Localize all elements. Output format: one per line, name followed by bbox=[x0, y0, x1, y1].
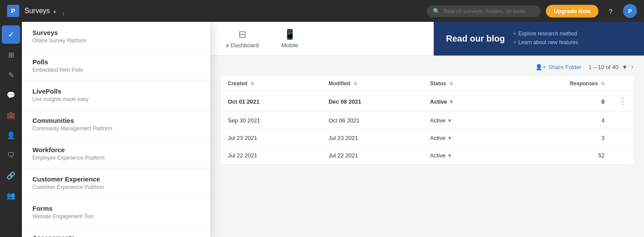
pagination-next-button[interactable]: › bbox=[631, 63, 633, 71]
sidebar-item-surveys[interactable]: ✓ bbox=[2, 25, 20, 44]
help-button[interactable]: ? bbox=[604, 4, 618, 18]
share-icon: 👤+ bbox=[535, 64, 546, 70]
col-status[interactable]: Status ⇅ bbox=[423, 76, 506, 91]
dashboard-icon: ⊟ bbox=[238, 29, 246, 40]
menu-item-surveys-sub: Online Survey Platform bbox=[32, 38, 200, 44]
menu-item-assessments[interactable]: Assessments Vendor Risk Management bbox=[22, 227, 210, 237]
menu-item-livepolls-sub: Live insights made easy bbox=[32, 96, 200, 102]
main-area: ✓ ⊞ ✎ 💬 💼 👤 🗨 🔗 👥 Surveys Online S bbox=[0, 22, 644, 237]
table-row: Jul 22 2021 Jul 22 2021 Active ▼ 52 bbox=[221, 147, 633, 164]
menu-item-surveys[interactable]: Surveys Online Survey Platform bbox=[22, 22, 210, 51]
status-label-0: Active bbox=[430, 98, 447, 105]
mobile-icon: 📱 bbox=[284, 29, 296, 40]
cell-created-1: Sep 30 2021 bbox=[221, 112, 322, 129]
menu-item-workforce[interactable]: Workforce Employee Experience Platform bbox=[22, 139, 210, 168]
pagination-range: 1 – 10 of 40 bbox=[588, 64, 619, 70]
more-icon-0[interactable]: ⋮ bbox=[619, 97, 626, 106]
cell-responses-1: 4 bbox=[506, 112, 612, 129]
app-title[interactable]: Surveys ▲ bbox=[25, 7, 57, 15]
edit-icon: ✎ bbox=[8, 71, 14, 79]
menu-item-forms[interactable]: Forms Website Engagement Tool bbox=[22, 198, 210, 227]
cell-actions-0[interactable]: ⋮ bbox=[612, 91, 633, 112]
cell-modified-1: Oct 06 2021 bbox=[322, 112, 423, 129]
table-header-row: Created ⇅ Modified ⇅ Status ⇅ Response bbox=[221, 76, 633, 91]
blog-bullet-1: Explore research method bbox=[513, 30, 578, 37]
status-label-2: Active bbox=[430, 135, 446, 141]
sidebar-item-person[interactable]: 👤 bbox=[2, 126, 20, 144]
check-icon: ✓ bbox=[8, 30, 14, 39]
message-icon: 🗨 bbox=[7, 151, 14, 159]
table-row: Oct 01 2021 Dec 08 2021 Active ▼ 0 ⋮ bbox=[221, 91, 633, 112]
sidebar-item-message[interactable]: 🗨 bbox=[2, 146, 20, 164]
sidebar-item-edit[interactable]: ✎ bbox=[2, 66, 20, 84]
cell-status-2: Active ▼ bbox=[423, 129, 506, 147]
sidebar-icons: ✓ ⊞ ✎ 💬 💼 👤 🗨 🔗 👥 bbox=[0, 22, 22, 237]
tabs-area: ⊟ e Dashboard 📱 Mobile bbox=[210, 22, 434, 56]
sidebar-item-network[interactable]: 🔗 bbox=[2, 166, 20, 185]
status-label-1: Active bbox=[430, 117, 446, 124]
cell-status-1: Active ▼ bbox=[423, 112, 506, 129]
content-area: ⊟ e Dashboard 📱 Mobile Read our blog Exp… bbox=[210, 22, 644, 237]
menu-item-livepolls-title: LivePolls bbox=[32, 87, 200, 95]
menu-item-polls[interactable]: Polls Embedded Web Polls bbox=[22, 51, 210, 80]
tab-dashboard[interactable]: ⊟ e Dashboard bbox=[219, 25, 265, 52]
sidebar-item-chat[interactable]: 💬 bbox=[2, 86, 20, 104]
sidebar-item-briefcase[interactable]: 💼 bbox=[2, 106, 20, 124]
share-folder-button[interactable]: 👤+ Share Folder bbox=[535, 64, 581, 70]
menu-item-polls-sub: Embedded Web Polls bbox=[32, 67, 200, 73]
menu-item-polls-title: Polls bbox=[32, 58, 200, 66]
grid-icon: ⊞ bbox=[8, 51, 14, 59]
menu-item-communities-sub: Community Management Platform bbox=[32, 125, 200, 132]
menu-item-cx[interactable]: Customer Experience Customer Experience … bbox=[22, 168, 210, 198]
status-dropdown-3[interactable]: ▼ bbox=[447, 153, 453, 159]
col-responses[interactable]: Responses ⇅ bbox=[506, 76, 612, 91]
status-dropdown-2[interactable]: ▼ bbox=[447, 135, 453, 141]
blog-bullets: Explore research method Learn about new … bbox=[513, 30, 578, 48]
group-icon: 👥 bbox=[7, 192, 15, 200]
sidebar-item-grid[interactable]: ⊞ bbox=[2, 45, 20, 64]
search-box[interactable]: 🔍 bbox=[427, 5, 541, 17]
blog-banner[interactable]: Read our blog Explore research method Le… bbox=[434, 22, 644, 56]
table-row: Jul 23 2021 Jul 23 2021 Active ▼ 3 bbox=[221, 129, 633, 147]
col-actions bbox=[612, 76, 633, 91]
menu-item-communities[interactable]: Communities Community Management Platfor… bbox=[22, 110, 210, 139]
user-avatar[interactable]: P bbox=[623, 4, 637, 18]
status-dropdown-1[interactable]: ▼ bbox=[447, 118, 453, 124]
sort-icon-modified: ⇅ bbox=[354, 81, 357, 86]
search-input[interactable] bbox=[443, 8, 534, 14]
col-modified[interactable]: Modified ⇅ bbox=[322, 76, 423, 91]
menu-item-surveys-title: Surveys bbox=[32, 29, 200, 36]
cell-modified-0: Dec 08 2021 bbox=[322, 91, 423, 112]
blog-title: Read our blog bbox=[446, 34, 505, 44]
sort-icon-status: ⇅ bbox=[449, 81, 453, 86]
tab-dashboard-label: e Dashboard bbox=[226, 42, 258, 49]
cell-created-2: Jul 23 2021 bbox=[221, 129, 322, 147]
tab-mobile[interactable]: 📱 Mobile bbox=[274, 25, 305, 52]
menu-item-forms-title: Forms bbox=[32, 205, 200, 212]
menu-item-assessments-title: Assessments bbox=[32, 234, 200, 237]
sidebar-item-group[interactable]: 👥 bbox=[2, 186, 20, 205]
top-section: ⊟ e Dashboard 📱 Mobile Read our blog Exp… bbox=[210, 22, 644, 56]
menu-item-workforce-title: Workforce bbox=[32, 146, 200, 153]
cell-responses-3: 52 bbox=[506, 147, 612, 164]
topbar: P Surveys ▲ ↕ 🔍 Upgrade Now ? P bbox=[0, 0, 644, 22]
table-row: Sep 30 2021 Oct 06 2021 Active ▼ 4 bbox=[221, 112, 633, 129]
chat-icon: 💬 bbox=[7, 91, 15, 99]
cell-modified-2: Jul 23 2021 bbox=[322, 129, 423, 147]
title-caret-icon: ▲ bbox=[53, 9, 57, 14]
logo-text: P bbox=[11, 7, 15, 14]
pagination-dropdown-icon[interactable]: ▼ bbox=[622, 64, 628, 70]
cell-status-0: Active ▼ bbox=[423, 91, 506, 112]
cell-created-0: Oct 01 2021 bbox=[221, 91, 322, 112]
menu-item-livepolls[interactable]: LivePolls Live insights made easy bbox=[22, 80, 210, 110]
upgrade-button[interactable]: Upgrade Now bbox=[546, 5, 598, 17]
menu-item-workforce-sub: Employee Experience Platform bbox=[32, 155, 200, 161]
app-logo: P bbox=[7, 5, 19, 17]
cell-actions-3 bbox=[612, 147, 633, 164]
status-dropdown-0[interactable]: ▼ bbox=[449, 99, 454, 105]
person-icon: 👤 bbox=[7, 131, 15, 139]
sort-icon-created: ⇅ bbox=[251, 81, 254, 86]
menu-item-forms-sub: Website Engagement Tool bbox=[32, 213, 200, 220]
col-created[interactable]: Created ⇅ bbox=[221, 76, 322, 91]
search-icon: 🔍 bbox=[433, 8, 440, 14]
